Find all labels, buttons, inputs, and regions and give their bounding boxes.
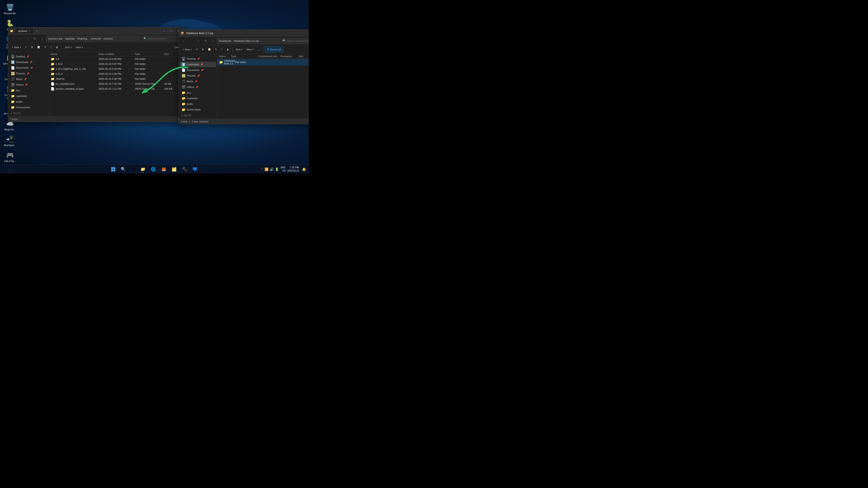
zip-col-size[interactable]: Size — [299, 55, 309, 58]
tab-versions-close[interactable]: ✕ — [29, 30, 31, 32]
breadcrumb-zip-downloads[interactable]: Downloads — [219, 39, 231, 42]
file-row-1-21-4[interactable]: 📁1.21.4 2025-02-16 4:38 PM File folder — [49, 71, 184, 76]
zip-toolbar-share-button[interactable]: ⤴ — [219, 46, 224, 53]
col-type[interactable]: Type — [135, 53, 164, 55]
sidebar-item-downloads[interactable]: ⬇️ Downloads 📌 — [9, 59, 48, 65]
desktop-icon-callofduty[interactable]: 🎮 Call of Du... — [2, 150, 18, 164]
sidebar-item-public[interactable]: 📁 public — [9, 99, 48, 104]
sidebar-item-desktop[interactable]: 🖥️ Desktop 📌 — [9, 54, 48, 59]
sidebar-item-pictures[interactable]: 🖼️ Pictures 📌 — [9, 71, 48, 76]
zip-sidebar-screenshots[interactable]: 📁 Screenshots — [180, 107, 216, 112]
breadcrumb-roaming[interactable]: Roaming — [77, 37, 87, 40]
tray-chevron-icon[interactable]: ⌃ — [261, 168, 263, 170]
toolbar-share-button[interactable]: ⤴ — [49, 44, 54, 51]
zip-col-type[interactable]: Type — [231, 55, 258, 58]
zip-col-compressed[interactable]: Compressed size — [258, 55, 281, 58]
zip-nav-up-button[interactable]: ↑ — [195, 38, 202, 44]
zip-toolbar-view-button[interactable]: View ▾ — [245, 46, 256, 53]
breadcrumb-minecraft[interactable]: .minecraft — [90, 37, 101, 40]
toolbar-more-button[interactable]: ... — [85, 44, 91, 51]
notification-button[interactable]: 🔔 — [301, 165, 307, 173]
toolbar-sort-button[interactable]: Sort ▾ — [63, 44, 73, 51]
toolbar-delete-button[interactable]: 🗑 — [54, 44, 60, 51]
tab-new-button[interactable]: + — [34, 28, 39, 34]
zip-search[interactable]: 🔍 Search Halalware Beta... — [281, 38, 309, 44]
taskbar-app-chrome[interactable]: 🌐 — [149, 165, 158, 173]
tray-battery-icon[interactable]: 🔋 — [275, 167, 279, 171]
sidebar-item-nasheeds[interactable]: 📁 nasheeds — [9, 93, 48, 99]
zip-row-halalware[interactable]: 📁 Halalware Beta 2.2 File folder — [217, 59, 309, 66]
zip-sidebar-documents[interactable]: 📄 Documents 📌 — [180, 67, 216, 73]
tray-datetime[interactable]: 7:15 PM 2025-02-16 — [287, 166, 299, 172]
sidebar-item-videos[interactable]: 🎬 Videos 📌 — [9, 82, 48, 88]
zip-toolbar-paste-button[interactable]: 📋 — [206, 46, 213, 53]
taskbar-search-button[interactable]: 🔍 — [118, 165, 128, 173]
col-name[interactable]: Name — [51, 53, 99, 55]
nav-refresh-button[interactable]: ↻ — [32, 35, 38, 42]
sidebar-item-music[interactable]: 🎵 Music 📌 — [9, 76, 48, 82]
col-date[interactable]: Date modified — [99, 53, 135, 55]
extract-all-button[interactable]: ⊡ Extract all — [265, 46, 283, 53]
zip-sidebar-desktop[interactable]: 🖥️ Desktop 📌 — [180, 56, 216, 61]
desktop-icon-bluestack[interactable]: 📲 BlueStack... — [2, 134, 18, 148]
sidebar-item-jars[interactable]: 📁 jars — [9, 88, 48, 93]
zip-toolbar-sort-button[interactable]: Sort ▾ — [234, 46, 244, 53]
sidebar-item-screenshots[interactable]: 📁 Screenshots — [9, 105, 48, 110]
zip-toolbar-more-button[interactable]: ... — [256, 46, 261, 53]
taskbar-app-firefox[interactable]: 🦊 — [159, 165, 168, 173]
toolbar-rename-button[interactable]: ✎ — [42, 44, 48, 51]
file-row-version-manifest[interactable]: 📄version_manifest_v2.json 2025-02-16 7:1… — [49, 86, 184, 91]
zip-sidebar-jars[interactable]: 📁 jars — [180, 90, 216, 95]
toolbar-new-button[interactable]: + New ▾ — [10, 44, 23, 51]
file-row-1-8[interactable]: 📁1.8 2025-02-16 4:39 PM File folder — [49, 57, 184, 61]
breadcrumb-appdata[interactable]: AppData — [65, 37, 75, 40]
zip-toolbar-new-button[interactable]: + New ▾ — [181, 46, 193, 53]
task-view-button[interactable]: ⊞ — [129, 165, 137, 173]
taskbar-app-minecraft[interactable]: ⛏️ — [180, 165, 189, 173]
nav-history-button[interactable]: ⌕ — [39, 35, 45, 42]
zip-this-pc-section[interactable]: ▾ This PC — [179, 112, 217, 118]
breadcrumb-samreen-adil[interactable]: samreen adil — [48, 37, 62, 40]
toolbar-copy-button[interactable]: ⧉ — [29, 44, 35, 51]
toolbar-paste-button[interactable]: 📋 — [35, 44, 42, 51]
versions-maximize-button[interactable]: □ — [168, 28, 175, 34]
tray-network-icon[interactable]: 📶 — [265, 167, 268, 171]
nav-forward-button[interactable]: › — [17, 35, 24, 42]
toolbar-cut-button[interactable]: ✂ — [23, 44, 29, 51]
file-row-optifine[interactable]: 📁1.13.2-OptiFine_HD_U_G5 2025-02-16 5:49… — [49, 66, 184, 71]
zip-nav-forward-button[interactable]: › — [188, 38, 194, 44]
nav-up-button[interactable]: ↑ — [24, 35, 31, 42]
nav-back-button[interactable]: ‹ — [10, 35, 16, 42]
zip-toolbar-rename-button[interactable]: ✎ — [213, 46, 219, 53]
taskbar-app-explorer[interactable]: 📁 — [138, 165, 148, 173]
start-button[interactable] — [109, 165, 117, 173]
tray-clock[interactable]: ENG US — [281, 166, 285, 172]
file-row-1-13-2[interactable]: 📁1.13.2 2025-02-16 5:47 PM File folder — [49, 61, 184, 66]
taskbar-app-files[interactable]: 🗂️ — [169, 165, 179, 173]
zip-sidebar-videos[interactable]: 🎬 Videos 📌 — [180, 84, 216, 90]
versions-minimize-button[interactable]: ─ — [160, 28, 168, 34]
breadcrumb-zip-file[interactable]: Halalware Beta 2.2.zip — [234, 39, 259, 42]
zip-sidebar-nasheeds[interactable]: 📁 nasheeds — [180, 96, 216, 101]
zip-sidebar-downloads[interactable]: ⬇️ Downloads 📌 — [180, 62, 216, 67]
zip-nav-refresh-button[interactable]: ↻ — [203, 38, 209, 44]
zip-nav-history-button[interactable]: ⌕ — [210, 38, 216, 44]
toolbar-view-button[interactable]: View ▾ — [74, 44, 85, 51]
taskbar-app-vscode[interactable]: 💙 — [190, 165, 200, 173]
zip-breadcrumb[interactable]: Downloads › Halalware Beta 2.2.zip › — [217, 38, 280, 44]
zip-minimize-button[interactable]: ─ — [309, 30, 309, 36]
zip-toolbar-copy-button[interactable]: ⧉ — [200, 46, 206, 53]
sidebar-this-pc-section[interactable]: ▾ This PC — [8, 110, 49, 116]
file-row-jre-manifest[interactable]: 📄jre_manifest.json 2025-02-16 7:01 PM JS… — [49, 81, 184, 86]
versions-breadcrumb[interactable]: samreen adil › AppData › Roaming › .mine… — [46, 36, 141, 41]
tab-versions[interactable]: versions ✕ — [16, 29, 33, 33]
zip-sidebar-public[interactable]: 📁 public — [180, 101, 216, 107]
zip-toolbar-delete-button[interactable]: 🗑 — [225, 46, 231, 53]
file-row-25w07a[interactable]: 📁25w07a 2025-02-16 4:38 PM File folder — [49, 76, 184, 81]
zip-nav-back-button[interactable]: ‹ — [181, 38, 187, 44]
zip-toolbar-cut-button[interactable]: ✂ — [194, 46, 200, 53]
zip-col-name[interactable]: Name — [219, 55, 231, 58]
versions-search[interactable]: 🔍 Search versions — [142, 36, 182, 41]
zip-sidebar-music[interactable]: 🎵 Music 📌 — [180, 78, 216, 84]
zip-sidebar-pictures[interactable]: 🖼️ Pictures 📌 — [180, 73, 216, 78]
